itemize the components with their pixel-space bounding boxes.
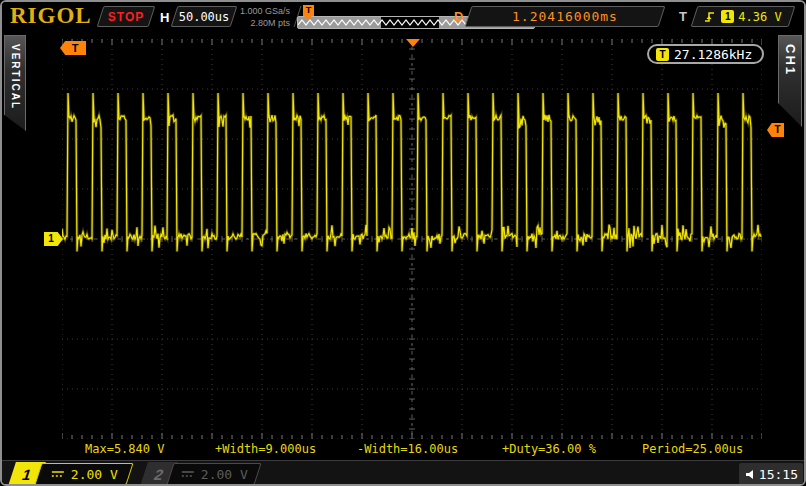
horizontal-label: H bbox=[160, 10, 169, 25]
timebase-badge[interactable]: 50.00us bbox=[171, 6, 238, 27]
clock-value: 15:15 bbox=[759, 467, 798, 482]
ch1-scale-box[interactable]: 2.00 V bbox=[34, 463, 133, 485]
rigol-logo: RIGOL bbox=[10, 3, 92, 29]
tab-vertical-label: VERTICAL bbox=[10, 36, 21, 110]
trigger-info-badge[interactable]: 1 4.36 V bbox=[691, 6, 796, 27]
memory-depth: 2.80M pts bbox=[236, 17, 290, 29]
tab-ch1-label: CH1 bbox=[783, 36, 798, 76]
ch2-scale-box[interactable]: 2.00 V bbox=[166, 463, 261, 485]
top-status-bar: RIGOL STOP H 50.00us 1.000 GSa/s 2.80M p… bbox=[2, 2, 804, 32]
ch2-scale-value: 2.00 V bbox=[201, 467, 248, 482]
counter-chip: T bbox=[656, 48, 669, 61]
trigger-position-offscreen-icon[interactable]: T bbox=[60, 41, 86, 55]
measurement-max: Max=5.840 V bbox=[85, 442, 164, 456]
delay-label: D bbox=[454, 9, 463, 24]
sample-rate: 1.000 GSa/s bbox=[236, 5, 290, 17]
tab-ch1-menu[interactable]: CH1 bbox=[778, 35, 802, 127]
measurement-period: Period=25.00us bbox=[642, 442, 743, 456]
clock-box: 15:15 bbox=[739, 463, 803, 485]
bottom-channel-bar: 1 2.00 V 2 2.00 V bbox=[2, 460, 804, 486]
run-state-badge[interactable]: STOP bbox=[97, 6, 156, 27]
trigger-level-value: 4.36 V bbox=[738, 10, 781, 24]
preview-trigger-flag-icon[interactable]: T bbox=[303, 5, 314, 16]
trigger-label: T bbox=[679, 9, 687, 24]
dc-coupling-icon bbox=[51, 470, 65, 479]
trigger-delay-badge[interactable]: 1.20416000ms bbox=[465, 6, 666, 27]
trigger-source-chip: 1 bbox=[721, 10, 734, 23]
oscilloscope-screen: RIGOL STOP H 50.00us 1.000 GSa/s 2.80M p… bbox=[0, 0, 806, 486]
ch1-waveform-trace bbox=[62, 39, 762, 439]
trigger-level-marker[interactable]: T bbox=[767, 123, 784, 137]
horizontal-reference-icon[interactable] bbox=[406, 39, 420, 47]
rising-edge-icon bbox=[704, 10, 717, 24]
counter-value: 27.1286kHz bbox=[674, 47, 752, 62]
run-state-label: STOP bbox=[108, 10, 144, 24]
acquisition-info: 1.000 GSa/s 2.80M pts bbox=[236, 5, 290, 29]
trigger-delay-value: 1.20416000ms bbox=[512, 9, 618, 24]
measurement-pwidth: +Width=9.000us bbox=[215, 442, 316, 456]
ch1-ground-marker[interactable]: 1 bbox=[44, 232, 63, 246]
measurement-duty: +Duty=36.00 % bbox=[502, 442, 596, 456]
ch1-scale-value: 2.00 V bbox=[71, 467, 118, 482]
speaker-icon bbox=[745, 469, 756, 480]
tab-vertical-menu[interactable]: VERTICAL bbox=[4, 35, 26, 131]
dc-coupling-icon bbox=[181, 470, 195, 479]
frequency-counter: T 27.1286kHz bbox=[647, 44, 764, 64]
scope-display: T T 27.1286kHz 1 T Max=5.840 V +Width=9.… bbox=[42, 33, 768, 460]
timebase-value: 50.00us bbox=[179, 10, 230, 24]
measurement-nwidth: -Width=16.00us bbox=[357, 442, 458, 456]
